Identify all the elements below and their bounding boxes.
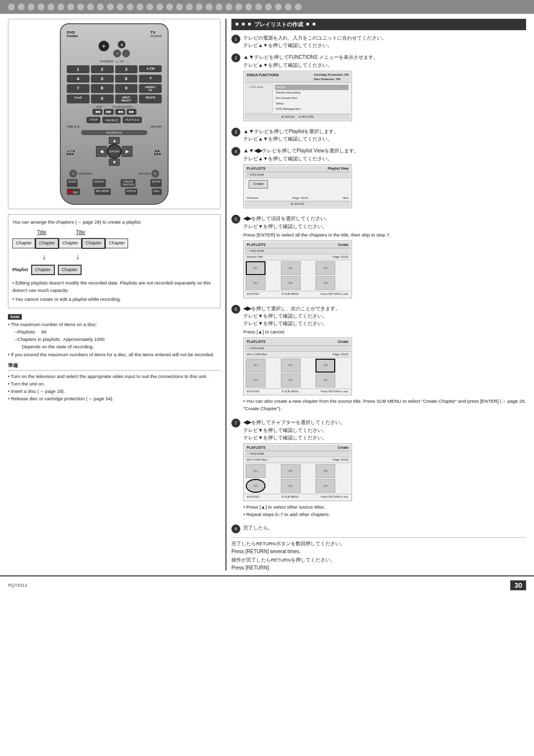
thumb-s7-003b[interactable]: 003 <box>246 479 266 493</box>
btn-1[interactable]: 1 <box>67 65 89 73</box>
skip-back-button[interactable]: ◀◀ <box>92 109 102 115</box>
ram-item-1: –Playlists: 99 <box>8 328 221 335</box>
step-6-number: 6 <box>231 305 240 314</box>
setup-button[interactable]: SETUP <box>150 179 162 187</box>
thumb-001[interactable]: 001 <box>246 261 266 275</box>
btn-2[interactable]: 2 <box>91 65 114 73</box>
footer-note-2: 操作が完了したらRETURNを押してください。 <box>231 557 526 564</box>
right-header-dot-2: ■ <box>242 21 245 28</box>
thumbnails-grid-3: 001 002 003 003 004 005 <box>245 463 351 494</box>
stop-button[interactable]: STOP <box>87 117 100 123</box>
thumb-004[interactable]: 004 <box>246 276 266 290</box>
input-select-button[interactable]: INPUTSELECT <box>115 94 138 103</box>
create-screenshot: PLAYLISTS Create ☞ DVD-RAM Section Title… <box>243 240 352 298</box>
btn-3[interactable]: 3 <box>115 65 138 73</box>
pause-button[interactable]: PAUSE ‖ <box>102 117 121 123</box>
create-chapter-button[interactable]: CREATECHAPTER <box>121 179 135 187</box>
footer-enter-3: ⊕ ENTER <box>247 389 259 393</box>
create-button[interactable]: Create <box>249 180 268 189</box>
delete-button[interactable]: DELETE <box>139 94 162 103</box>
ch-up[interactable]: ∧ CH <box>139 65 162 72</box>
power-label: POWER <box>67 35 78 38</box>
step-4: 4 ▲▼◀▶テレビを押してPlaylist Viewを選択します。 テレビ▲▼を… <box>231 146 526 210</box>
diagram-arrows: ↓ ↓ <box>12 251 216 263</box>
footer-enter-4: ⊕ ENTER <box>247 495 259 499</box>
btn-6[interactable]: 6 <box>115 75 138 83</box>
nav-left-button[interactable]: ◀ <box>96 146 107 157</box>
rec-mode-button[interactable]: REC MODE <box>94 189 111 195</box>
nav-down-button[interactable]: ▼ <box>109 159 120 166</box>
step-7-number: 7 <box>231 419 240 427</box>
step-8-content: 完了したら。 <box>243 524 526 531</box>
thumb-s6-002[interactable]: 002 <box>281 359 301 373</box>
sub-menu-button[interactable]: S <box>69 170 77 178</box>
screenshot-2-footer: ⊕ ENTER <box>245 201 351 207</box>
tv-power-button[interactable]: ⏻ <box>118 41 126 48</box>
tv-label: TV <box>150 30 162 35</box>
remote-wrapper: DVD POWER TV POWER ⏻ ⏻ <box>8 19 221 209</box>
add-dlt-button[interactable]: ADD/DLTCH <box>139 84 162 93</box>
playlists-label-4: PLAYLISTS <box>247 445 266 451</box>
dvd-power-button[interactable]: ⏻ <box>98 41 109 51</box>
step-1-content: テレビの電源を入れ、入力をこのユニットに合わせてください。 テレビ▲▼を押して確… <box>243 34 526 49</box>
thumb-003[interactable]: 003 <box>315 261 335 275</box>
btn-4[interactable]: 4 <box>67 75 89 83</box>
btn-7[interactable]: 7 <box>67 84 89 93</box>
ram-badge: RAM <box>8 314 22 320</box>
vol-up-button[interactable]: + <box>113 49 121 57</box>
screenshot-3-header: PLAYLISTS Create <box>245 242 351 249</box>
thumb-s6-005[interactable]: 005 <box>315 374 335 387</box>
nav-cluster: ▲ ◀ ENTER ▶ ▼ <box>96 137 133 166</box>
footer-return-1: Press [RETURN] several times. <box>231 549 526 554</box>
step-3-content: ▲▼テレビを押してPlaylistを選択します。 テレビ▲▼を押して確認してくだ… <box>243 127 526 143</box>
slow-fwd-button[interactable]: ▶▶ <box>127 109 136 115</box>
return-button[interactable]: R <box>151 170 159 178</box>
right-column: ■ ■ ■ プレイリストの作成 ■ ■ 1 テレビの電源を入れ、入力をこのユニッ… <box>225 19 526 570</box>
footer-sub-2: ⑤ SUB MENU <box>281 389 299 393</box>
thumb-006[interactable]: 006 <box>315 276 335 290</box>
ram-item-4: • If you exceed the maximum numbers of i… <box>8 351 221 358</box>
thumb-002[interactable]: 002 <box>281 261 301 275</box>
bullet-2: • You cannot create or edit a playlist w… <box>12 295 216 303</box>
btn-8[interactable]: 8 <box>91 84 114 93</box>
nav-right-button[interactable]: ▶ <box>122 146 133 157</box>
thumb-s7-005[interactable]: 005 <box>315 479 335 493</box>
display-button[interactable]: DISPLAY <box>92 179 106 187</box>
enter-button[interactable]: ENTER <box>107 144 122 159</box>
ch-up-button[interactable]: ∧ <box>116 60 118 63</box>
status-button[interactable]: STATUS <box>125 189 137 195</box>
cm-skip-label: CM SKIP <box>150 125 162 128</box>
btn-9[interactable]: 9 <box>115 84 138 93</box>
footer-sub-3: ⑤ SUB MENU <box>281 495 299 499</box>
arrow-2: ↓ <box>76 251 80 263</box>
thumb-005[interactable]: 005 <box>281 276 301 290</box>
next-label: Next <box>343 196 349 200</box>
extra-note: • You can also create a new chapter from… <box>243 397 526 412</box>
thumb-s6-001[interactable]: 001 <box>246 359 266 373</box>
thumb-s7-004[interactable]: 004 <box>281 479 301 493</box>
thumb-s7-001[interactable]: 001 <box>246 464 266 478</box>
play-button[interactable]: PLAY×1.3 <box>123 117 142 123</box>
rec-button[interactable]: REC <box>67 189 80 195</box>
schedule-button[interactable]: SCHEDULE <box>81 130 147 135</box>
prep-item-1: • Turn the unit on. <box>8 380 221 387</box>
f-rec-button[interactable]: F.Rec. <box>152 189 162 195</box>
page: DVD POWER TV POWER ⏻ ⏻ <box>0 0 534 756</box>
nav-up-button[interactable]: ▲ <box>109 137 120 144</box>
audio-button[interactable]: AUDIO <box>67 179 78 187</box>
skip-fwd-button[interactable]: ▶▶ <box>104 109 114 115</box>
thumb-s6-003[interactable]: 003 <box>315 359 335 373</box>
ch-down[interactable]: ∨ <box>139 75 162 83</box>
cance-button[interactable]: CancE <box>67 94 89 103</box>
thumb-s6-004[interactable]: 004 <box>281 374 301 387</box>
footer-note-1: 完了したらRETURNボタンを数回押してください。 <box>231 541 526 547</box>
btn-0[interactable]: 0 <box>91 94 114 103</box>
thumb-s7-002[interactable]: 002 <box>281 464 301 478</box>
btn-5[interactable]: 5 <box>91 75 114 83</box>
section-title: Section Title <box>247 255 263 259</box>
thumb-s7-003[interactable]: 003 <box>315 464 335 478</box>
slow-back-button[interactable]: ◀◀ <box>115 109 125 115</box>
main-content: DVD POWER TV POWER ⏻ ⏻ <box>0 19 534 570</box>
vol-down-button[interactable]: - <box>122 49 130 57</box>
thumb-s6-003b[interactable]: 003 <box>246 374 266 387</box>
